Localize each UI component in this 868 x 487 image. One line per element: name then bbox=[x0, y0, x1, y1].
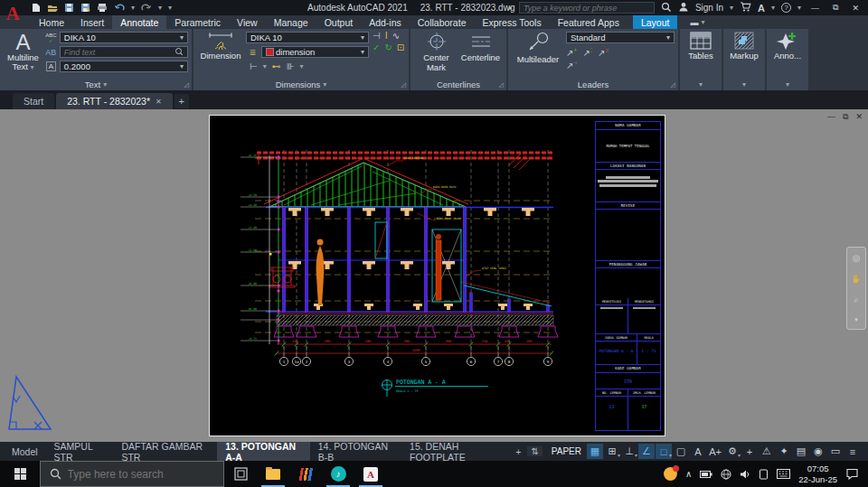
layout-tab-model[interactable]: Model bbox=[4, 445, 46, 459]
tab-express-tools[interactable]: Express Tools bbox=[474, 15, 549, 29]
dim-adjust-space-icon[interactable]: ⊣ bbox=[373, 31, 381, 41]
text-align-icon[interactable]: AB bbox=[44, 48, 58, 57]
polar-tracking-icon[interactable]: ∠ bbox=[638, 444, 655, 459]
task-view-button[interactable] bbox=[224, 461, 257, 487]
annotation-scale-gear-icon[interactable]: ⚙▾ bbox=[724, 444, 741, 459]
dim-update-icon[interactable]: ✓ bbox=[373, 42, 380, 52]
tab-output[interactable]: Output bbox=[316, 15, 362, 29]
new-file-icon[interactable] bbox=[31, 3, 41, 13]
dimensions-panel-label[interactable]: Dimensions▾ ◿ bbox=[193, 79, 409, 90]
dimensions-panel-launcher-icon[interactable]: ◿ bbox=[401, 81, 406, 89]
phone-link-icon[interactable] bbox=[759, 469, 769, 480]
drawing-canvas[interactable]: — ⧉ ✕ bbox=[0, 109, 868, 442]
workspace-switch-icon[interactable]: ✦ bbox=[776, 444, 792, 459]
navbar-dropdown-icon[interactable]: ▾ bbox=[854, 316, 858, 323]
annotation-monitor-icon[interactable]: ⚠ bbox=[759, 444, 775, 459]
tray-expand-icon[interactable]: ∧ bbox=[685, 469, 692, 479]
autocad-taskbar-button[interactable]: A bbox=[354, 461, 387, 487]
find-text-box[interactable] bbox=[60, 46, 188, 58]
sign-in-button[interactable]: Sign In bbox=[695, 3, 723, 13]
office-app-button[interactable] bbox=[289, 461, 322, 487]
layout-overflow-icon[interactable]: ⇅ bbox=[527, 446, 542, 456]
file-tab-document[interactable]: 23. RTT - 2832023* ✕ bbox=[56, 93, 173, 109]
find-text-search-icon[interactable] bbox=[175, 47, 184, 58]
taskbar-search-box[interactable] bbox=[40, 461, 224, 487]
file-tab-close-icon[interactable]: ✕ bbox=[156, 98, 162, 106]
customization-menu-icon[interactable]: ≡ bbox=[844, 444, 861, 459]
text-style-select[interactable]: DIKA 10▾ bbox=[60, 32, 188, 43]
tab-addins[interactable]: Add-ins bbox=[361, 15, 410, 29]
taskbar-clock[interactable]: 07:05 22-Jun-25 bbox=[798, 464, 837, 485]
object-snap-icon[interactable]: □▾ bbox=[656, 444, 672, 459]
leader-remove-icon[interactable]: ↗x bbox=[598, 47, 609, 58]
ribbon-display-toggle[interactable]: ▬ ▾ bbox=[690, 15, 704, 29]
save-as-icon[interactable] bbox=[80, 3, 90, 13]
display-area-icon[interactable]: ▭ bbox=[827, 444, 844, 459]
sign-in-dropdown-icon[interactable]: ▾ bbox=[730, 4, 733, 12]
spell-check-icon[interactable]: ABC✓ bbox=[44, 33, 58, 43]
zoom-extents-icon[interactable]: ⌕ bbox=[854, 295, 859, 305]
battery-icon[interactable] bbox=[700, 470, 712, 479]
keyboard-icon[interactable] bbox=[777, 469, 790, 479]
tab-layout[interactable]: Layout bbox=[633, 15, 678, 29]
tray-notification-app-icon[interactable] bbox=[664, 467, 677, 481]
redo-icon[interactable] bbox=[141, 3, 152, 13]
start-button[interactable] bbox=[0, 461, 40, 487]
leaders-panel-launcher-icon[interactable]: ◿ bbox=[671, 81, 675, 89]
save-icon[interactable] bbox=[64, 3, 74, 13]
annotation-autoscale-icon[interactable]: A+ bbox=[707, 444, 723, 459]
markup-panel-dropdown[interactable]: ▾ bbox=[723, 79, 765, 90]
tab-annotate[interactable]: Annotate bbox=[112, 15, 166, 29]
annotation-visibility-icon[interactable]: A bbox=[690, 444, 706, 459]
tab-collaborate[interactable]: Collaborate bbox=[410, 15, 475, 29]
help-icon[interactable]: ? bbox=[781, 3, 791, 13]
navigation-bar[interactable]: ◎ ✋ ⌕ ▾ bbox=[846, 247, 866, 330]
annotation-panel-dropdown[interactable]: ▾ bbox=[767, 79, 808, 90]
text-panel-launcher-icon[interactable]: ◿ bbox=[184, 81, 189, 89]
tab-home[interactable]: Home bbox=[31, 15, 72, 29]
grid-icon[interactable]: ▦ bbox=[587, 444, 603, 459]
close-button[interactable]: ✕ bbox=[848, 4, 863, 13]
new-drawing-tab-button[interactable]: + bbox=[175, 94, 189, 108]
keyword-search-box[interactable] bbox=[519, 2, 655, 14]
dim-style-select[interactable]: DIKA 10▾ bbox=[246, 32, 369, 43]
centerlines-panel-launcher-icon[interactable]: ◿ bbox=[499, 81, 504, 89]
paper-space-toggle[interactable]: PAPER bbox=[552, 446, 581, 456]
annotation-button[interactable]: Anno... bbox=[770, 31, 805, 79]
drawing-minimize-icon[interactable]: — bbox=[827, 112, 835, 122]
multileader-button[interactable]: Multileader bbox=[512, 31, 564, 79]
media-app-button[interactable]: ♪ bbox=[322, 461, 354, 487]
isolate-objects-icon[interactable]: ◉ bbox=[810, 444, 826, 459]
snap-icon[interactable]: ⊞▾ bbox=[604, 444, 620, 459]
multiline-text-button[interactable]: A Multiline Text ▾ bbox=[4, 31, 42, 79]
restore-button[interactable]: ⧉ bbox=[829, 3, 842, 13]
ortho-icon[interactable]: ⊥▾ bbox=[621, 444, 637, 459]
center-mark-button[interactable]: Center Mark bbox=[417, 31, 457, 79]
new-layout-button[interactable]: + bbox=[509, 446, 527, 457]
app-store-cart-icon[interactable] bbox=[740, 2, 751, 14]
tab-manage[interactable]: Manage bbox=[266, 15, 316, 29]
keyword-search-input[interactable] bbox=[524, 4, 650, 13]
taskbar-search-input[interactable] bbox=[68, 468, 214, 481]
file-explorer-button[interactable] bbox=[257, 461, 289, 487]
dim-text-edit-icon[interactable]: Ⅰ bbox=[385, 31, 388, 41]
dim-continue-icon[interactable]: ⊪ bbox=[287, 61, 295, 71]
dimension-button[interactable]: Dimension bbox=[197, 31, 244, 79]
dim-override-icon[interactable]: ↻ bbox=[384, 42, 392, 52]
leader-align-icon[interactable]: ↗⁚ bbox=[582, 47, 592, 58]
dim-reassociate-icon[interactable]: ⊡ bbox=[397, 42, 404, 52]
drawing-close-icon[interactable]: ✕ bbox=[855, 112, 863, 122]
markup-button[interactable]: Markup bbox=[727, 31, 761, 79]
tab-insert[interactable]: Insert bbox=[72, 15, 112, 29]
autodesk-app-dropdown-icon[interactable]: ▾ bbox=[771, 4, 775, 12]
multileader-style-select[interactable]: Standard▾ bbox=[566, 32, 675, 43]
leader-collect-icon[interactable]: ↗⁖ bbox=[566, 60, 578, 70]
undo-icon[interactable] bbox=[114, 3, 125, 13]
minimize-button[interactable]: — bbox=[807, 4, 823, 13]
action-center-icon[interactable] bbox=[845, 468, 859, 480]
quick-properties-icon[interactable]: ▤ bbox=[793, 444, 809, 459]
crosshair-icon[interactable]: + bbox=[741, 444, 758, 459]
network-globe-icon[interactable] bbox=[721, 469, 731, 480]
help-dropdown-icon[interactable]: ▾ bbox=[797, 4, 801, 12]
steering-wheel-icon[interactable]: ◎ bbox=[853, 253, 861, 263]
